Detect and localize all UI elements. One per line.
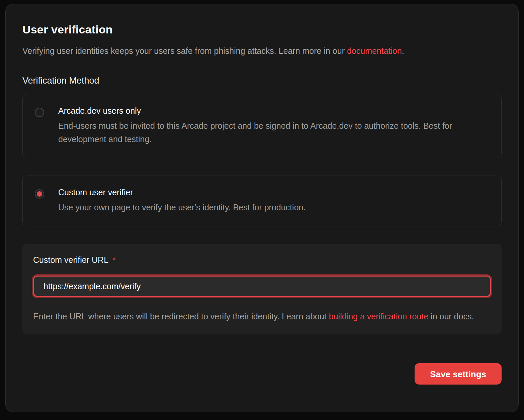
option-description: End-users must be invited to this Arcade… [58, 119, 489, 146]
help-text-end: in our docs. [428, 312, 474, 321]
option-custom-user-verifier[interactable]: Custom user verifier Use your own page t… [22, 176, 502, 226]
documentation-link[interactable]: documentation [347, 46, 402, 56]
option-text: Custom user verifier Use your own page t… [58, 187, 305, 214]
help-text: Enter the URL where users will be redire… [33, 312, 329, 321]
save-settings-button[interactable]: Save settings [415, 363, 502, 385]
custom-verifier-url-input[interactable] [33, 276, 491, 297]
radio-arcade-users-only[interactable] [35, 108, 44, 117]
verification-method-heading: Verification Method [22, 76, 502, 86]
subtitle-period: . [402, 46, 404, 56]
field-help-text: Enter the URL where users will be redire… [33, 310, 491, 323]
custom-verifier-url-label: Custom verifier URL [33, 255, 108, 265]
option-description: Use your own page to verify the user's i… [58, 201, 305, 214]
field-label-row: Custom verifier URL* [33, 255, 491, 265]
radio-dot [37, 191, 42, 197]
custom-verifier-url-panel: Custom verifier URL* Enter the URL where… [22, 244, 502, 334]
footer-actions: Save settings [22, 363, 502, 385]
page-title: User verification [22, 23, 502, 36]
option-text: Arcade.dev users only End-users must be … [58, 105, 489, 146]
option-arcade-users-only[interactable]: Arcade.dev users only End-users must be … [22, 94, 502, 158]
page-subtitle: Verifying user identities keeps your use… [22, 45, 502, 57]
building-verification-route-link[interactable]: building a verification route [329, 312, 428, 321]
required-asterisk: * [112, 255, 116, 265]
subtitle-text: Verifying user identities keeps your use… [22, 46, 347, 56]
option-label: Custom user verifier [58, 187, 305, 198]
option-label: Arcade.dev users only [58, 105, 489, 116]
radio-custom-user-verifier[interactable] [35, 189, 44, 199]
user-verification-card: User verification Verifying user identit… [5, 4, 519, 412]
